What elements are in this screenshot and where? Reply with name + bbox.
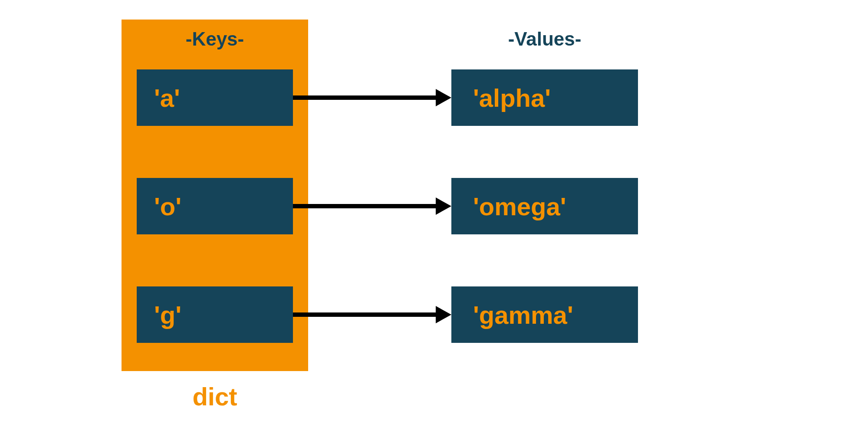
arrow-line <box>293 95 441 100</box>
values-heading: -Values- <box>451 28 638 50</box>
arrow-line <box>293 204 441 208</box>
value-text: 'alpha' <box>473 83 551 112</box>
arrow-head-icon <box>436 306 451 323</box>
value-box: 'alpha' <box>451 69 638 126</box>
key-box: 'g' <box>137 286 293 343</box>
key-text: 'g' <box>154 300 181 329</box>
arrow-line <box>293 312 441 317</box>
arrow-head-icon <box>436 89 451 106</box>
dict-label: dict <box>122 382 308 411</box>
value-text: 'omega' <box>473 192 566 221</box>
arrow-icon <box>293 312 451 317</box>
arrow-head-icon <box>436 197 451 215</box>
keys-heading: -Keys- <box>122 28 308 50</box>
value-text: 'gamma' <box>473 300 573 329</box>
key-text: 'a' <box>154 83 180 112</box>
value-box: 'gamma' <box>451 286 638 343</box>
key-box: 'a' <box>137 69 293 126</box>
key-box: 'o' <box>137 178 293 234</box>
arrow-icon <box>293 95 451 100</box>
key-text: 'o' <box>154 192 181 221</box>
value-box: 'omega' <box>451 178 638 234</box>
arrow-icon <box>293 204 451 208</box>
